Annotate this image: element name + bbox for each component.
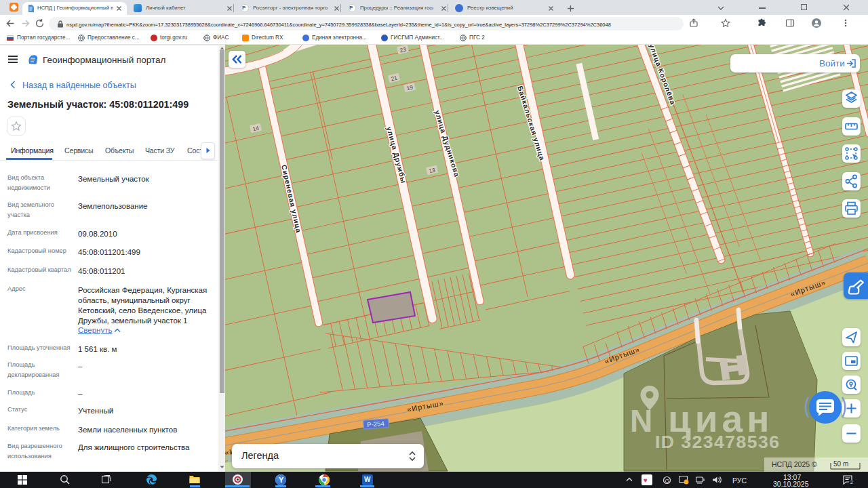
svg-text:ID 323478536: ID 323478536 — [655, 432, 781, 452]
svg-text:2: 2 — [850, 479, 853, 485]
svg-text:G: G — [665, 478, 669, 484]
svg-text:НСПД 2025 ©: НСПД 2025 © — [772, 460, 817, 468]
svg-text:Р-254: Р-254 — [367, 420, 384, 428]
svg-text:N: N — [630, 403, 652, 439]
svg-text:50 m: 50 m — [833, 460, 848, 468]
